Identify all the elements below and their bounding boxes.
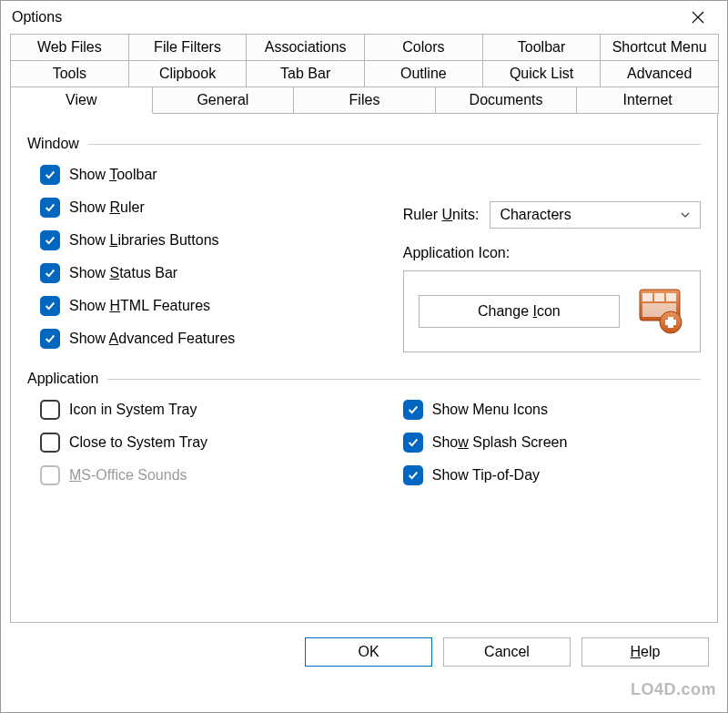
- app-icon-label: Application Icon:: [403, 245, 701, 261]
- close-button[interactable]: [680, 4, 716, 31]
- options-dialog: Options Web Files File Filters Associati…: [0, 0, 728, 713]
- checkbox-close-systray[interactable]: Close to System Tray: [27, 433, 378, 453]
- tab-quick-list[interactable]: Quick List: [482, 60, 602, 87]
- checkbox-label: Close to System Tray: [69, 434, 207, 451]
- tab-colors[interactable]: Colors: [364, 34, 483, 61]
- application-icon: [634, 286, 685, 337]
- checkbox-label: Show Advanced Features: [69, 331, 235, 347]
- checkbox-show-statusbar[interactable]: Show Status Bar: [27, 263, 378, 283]
- window-columns: Show Toolbar Show Ruler Show Libraries B…: [27, 165, 701, 362]
- ruler-units-row: Ruler Units: Characters: [403, 201, 701, 229]
- watermark: LO4D.com: [631, 680, 716, 699]
- checkmark-icon: [40, 329, 60, 349]
- tab-shortcut-menu[interactable]: Shortcut Menu: [600, 34, 719, 61]
- checkbox-label: Show HTML Features: [69, 298, 210, 314]
- ruler-units-dropdown[interactable]: Characters: [490, 201, 701, 229]
- checkbox-show-libraries[interactable]: Show Libraries Buttons: [27, 230, 378, 250]
- svg-rect-9: [665, 320, 676, 325]
- section-window-label: Window: [27, 136, 79, 152]
- checkbox-label: Icon in System Tray: [69, 402, 197, 418]
- checkbox-splash-screen[interactable]: Show Splash Screen: [403, 433, 701, 453]
- checkbox-label: Show Menu Icons: [432, 402, 548, 418]
- tab-tab-bar[interactable]: Tab Bar: [246, 60, 365, 87]
- divider: [88, 144, 701, 145]
- checkbox-tip-of-day[interactable]: Show Tip-of-Day: [403, 465, 701, 485]
- chevron-down-icon: [680, 209, 691, 220]
- checkmark-icon: [403, 400, 423, 420]
- close-icon: [692, 11, 704, 24]
- cancel-button[interactable]: Cancel: [443, 637, 571, 667]
- divider: [107, 379, 701, 380]
- checkbox-msoffice-sounds: MS-Office Sounds: [27, 465, 378, 485]
- window-title: Options: [12, 9, 62, 25]
- application-left-column: Icon in System Tray Close to System Tray…: [27, 400, 378, 498]
- checkmark-icon: [40, 198, 60, 218]
- dropdown-value: Characters: [500, 207, 571, 223]
- tab-files[interactable]: Files: [293, 87, 436, 114]
- tab-clipbook[interactable]: Clipbook: [128, 60, 248, 87]
- checkbox-show-html[interactable]: Show HTML Features: [27, 296, 378, 316]
- application-right-column: Show Menu Icons Show Splash Screen Show …: [403, 400, 701, 498]
- svg-rect-4: [654, 293, 664, 301]
- svg-rect-3: [642, 293, 652, 301]
- tab-advanced[interactable]: Advanced: [600, 60, 719, 87]
- app-icon-box: Change Icon: [403, 270, 701, 352]
- tab-row-3: View General Files Documents Internet: [10, 87, 718, 113]
- tab-view[interactable]: View: [10, 87, 153, 114]
- tab-row-2: Tools Clipbook Tab Bar Outline Quick Lis…: [10, 60, 718, 87]
- tab-outline[interactable]: Outline: [364, 60, 483, 87]
- tab-panel-view: Window Show Toolbar Show Ruler Sho: [10, 113, 718, 623]
- checkbox-icon-systray[interactable]: Icon in System Tray: [27, 400, 378, 420]
- checkmark-icon: [40, 296, 60, 316]
- application-columns: Icon in System Tray Close to System Tray…: [27, 400, 701, 498]
- section-application: Application: [27, 371, 701, 387]
- change-icon-button[interactable]: Change Icon: [419, 295, 620, 328]
- checkbox-label: Show Status Bar: [69, 265, 177, 281]
- checkbox-label: Show Ruler: [69, 199, 145, 216]
- tab-internet[interactable]: Internet: [576, 87, 719, 114]
- tab-web-files[interactable]: Web Files: [10, 34, 129, 61]
- tab-documents[interactable]: Documents: [435, 87, 578, 114]
- checkbox-empty-icon: [40, 400, 60, 420]
- checkbox-label: Show Tip-of-Day: [432, 467, 540, 484]
- tab-tools[interactable]: Tools: [10, 60, 129, 87]
- checkmark-icon: [403, 433, 423, 453]
- tab-row-1: Web Files File Filters Associations Colo…: [10, 34, 718, 60]
- help-button[interactable]: Help: [581, 637, 709, 667]
- dialog-content: Web Files File Filters Associations Colo…: [1, 34, 727, 679]
- dialog-buttons: OK Cancel Help: [10, 623, 718, 670]
- checkbox-menu-icons[interactable]: Show Menu Icons: [403, 400, 701, 420]
- checkbox-show-toolbar[interactable]: Show Toolbar: [27, 165, 378, 185]
- checkbox-show-advanced[interactable]: Show Advanced Features: [27, 329, 378, 349]
- svg-rect-5: [666, 293, 676, 301]
- checkbox-empty-icon: [40, 433, 60, 453]
- titlebar: Options: [1, 1, 727, 34]
- tab-general[interactable]: General: [152, 87, 295, 114]
- tab-toolbar[interactable]: Toolbar: [482, 34, 602, 61]
- tab-associations[interactable]: Associations: [246, 34, 365, 61]
- checkmark-icon: [403, 465, 423, 485]
- checkbox-show-ruler[interactable]: Show Ruler: [27, 198, 378, 218]
- checkbox-label: Show Libraries Buttons: [69, 232, 219, 249]
- checkmark-icon: [40, 165, 60, 185]
- section-window: Window: [27, 136, 701, 152]
- tab-file-filters[interactable]: File Filters: [128, 34, 248, 61]
- ruler-units-label: Ruler Units:: [403, 207, 480, 223]
- checkmark-icon: [40, 263, 60, 283]
- ok-button[interactable]: OK: [305, 637, 432, 667]
- checkmark-icon: [40, 230, 60, 250]
- checkbox-disabled-icon: [40, 465, 60, 485]
- window-left-column: Show Toolbar Show Ruler Show Libraries B…: [27, 165, 378, 362]
- section-application-label: Application: [27, 371, 98, 387]
- checkbox-label: Show Toolbar: [69, 167, 157, 183]
- checkbox-label: MS-Office Sounds: [69, 467, 187, 484]
- checkbox-label: Show Splash Screen: [432, 434, 568, 451]
- window-right-column: Ruler Units: Characters Application Icon…: [403, 165, 701, 362]
